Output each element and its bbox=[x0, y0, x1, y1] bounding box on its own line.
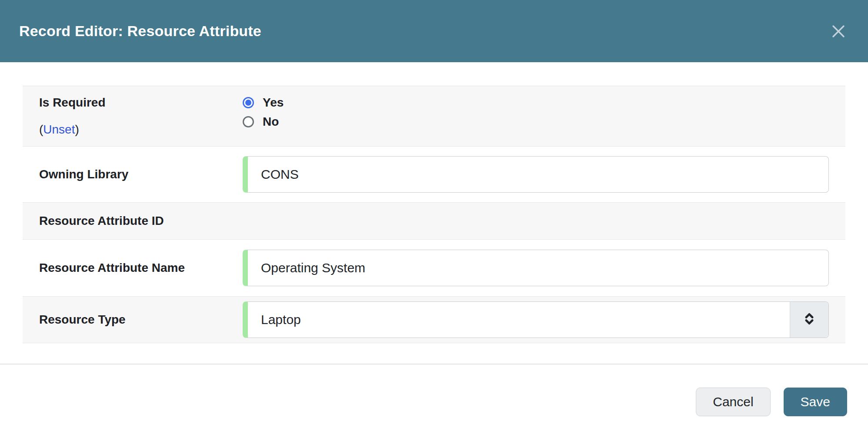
cancel-button[interactable]: Cancel bbox=[696, 388, 770, 416]
form-row-owning-library: Owning Library bbox=[23, 147, 845, 202]
form-row-is-required: Is Required (Unset) Yes No bbox=[23, 86, 845, 147]
radio-yes-label: Yes bbox=[263, 96, 284, 110]
resource-attribute-name-label: Resource Attribute Name bbox=[39, 261, 243, 275]
modal-title: Record Editor: Resource Attribute bbox=[19, 23, 261, 40]
radio-option-no[interactable]: No bbox=[243, 115, 845, 129]
is-required-label: Is Required bbox=[39, 96, 243, 110]
radio-no-icon[interactable] bbox=[243, 116, 254, 127]
modal-header: Record Editor: Resource Attribute bbox=[0, 0, 868, 62]
radio-option-yes[interactable]: Yes bbox=[243, 96, 845, 110]
close-button[interactable] bbox=[829, 22, 848, 41]
radio-yes-icon[interactable] bbox=[243, 97, 254, 108]
form-row-resource-attribute-name: Resource Attribute Name bbox=[23, 240, 845, 296]
owning-library-label: Owning Library bbox=[39, 167, 243, 181]
unset-link[interactable]: Unset bbox=[43, 123, 75, 136]
modal-footer: Cancel Save bbox=[0, 364, 868, 416]
resource-attribute-id-label: Resource Attribute ID bbox=[39, 214, 243, 228]
resource-type-spinner[interactable] bbox=[790, 302, 828, 338]
radio-no-label: No bbox=[263, 115, 279, 129]
chevron-up-down-icon bbox=[802, 311, 817, 328]
resource-type-selected-value: Laptop bbox=[248, 302, 790, 338]
close-icon bbox=[829, 36, 848, 42]
unset-paren-open: ( bbox=[39, 123, 43, 136]
resource-attribute-name-input[interactable] bbox=[243, 250, 829, 286]
save-button[interactable]: Save bbox=[784, 388, 847, 416]
unset-paren-close: ) bbox=[75, 123, 79, 136]
record-editor-form: Is Required (Unset) Yes No Owning Librar… bbox=[23, 86, 845, 343]
unset-line: (Unset) bbox=[39, 123, 243, 137]
form-row-resource-type: Resource Type Laptop bbox=[23, 296, 845, 343]
resource-type-select[interactable]: Laptop bbox=[243, 301, 829, 338]
form-row-resource-attribute-id: Resource Attribute ID bbox=[23, 202, 845, 240]
record-editor-modal: Record Editor: Resource Attribute Is Req… bbox=[0, 0, 868, 438]
owning-library-input[interactable] bbox=[243, 156, 829, 193]
resource-type-label: Resource Type bbox=[39, 313, 243, 327]
